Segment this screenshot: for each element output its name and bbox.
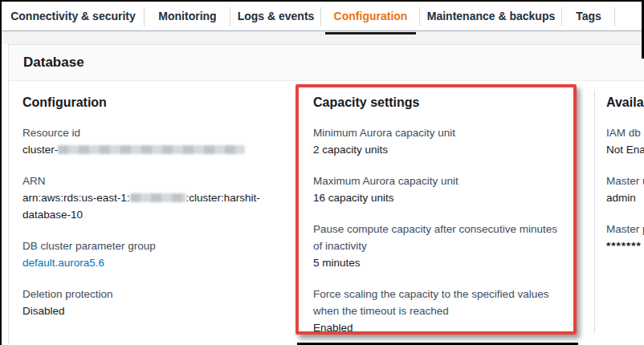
tabbar-divider xyxy=(0,30,644,31)
master-username-field: Master u admin xyxy=(606,172,644,206)
tab-configuration[interactable]: Configuration xyxy=(321,2,420,30)
tab-monitoring[interactable]: Monitoring xyxy=(145,2,230,30)
min-capacity-field: Minimum Aurora capacity unit 2 capacity … xyxy=(313,124,564,158)
tab-tags[interactable]: Tags xyxy=(562,2,615,30)
deletion-protection-value: Disabled xyxy=(22,302,291,319)
resource-id-field: Resource id cluster- xyxy=(22,124,291,158)
min-capacity-value: 2 capacity units xyxy=(313,141,564,158)
max-capacity-field: Maximum Aurora capacity unit 16 capacity… xyxy=(313,172,564,206)
deletion-protection-label: Deletion protection xyxy=(22,286,291,302)
max-capacity-value: 16 capacity units xyxy=(313,189,564,206)
master-password-value: ******* xyxy=(606,237,644,254)
redacted-resource-id xyxy=(58,145,245,154)
configuration-heading: Configuration xyxy=(22,95,291,111)
parameter-group-label: DB cluster parameter group xyxy=(22,237,291,254)
detail-tabs: Connectivity & security Monitoring Logs … xyxy=(2,2,642,30)
panel-title: Database xyxy=(23,55,84,71)
force-scaling-field: Force scaling the capacity to the specif… xyxy=(313,286,564,336)
parameter-group-field: DB cluster parameter group default.auror… xyxy=(22,237,291,271)
arn-label: ARN xyxy=(22,172,291,189)
pause-capacity-label: Pause compute capacity after consecutive… xyxy=(313,221,564,254)
force-scaling-value: Enabled xyxy=(313,319,564,336)
master-username-label: Master u xyxy=(606,172,644,189)
pause-capacity-field: Pause compute capacity after consecutive… xyxy=(313,221,564,271)
arn-value: arn:aws:rds:us-east-1::cluster:harshit-d… xyxy=(22,189,291,223)
tab-connectivity-security[interactable]: Connectivity & security xyxy=(2,2,145,30)
column-divider xyxy=(594,90,595,333)
tab-maintenance-backups[interactable]: Maintenance & backups xyxy=(420,2,562,30)
deletion-protection-field: Deletion protection Disabled xyxy=(22,286,291,319)
configuration-column: Configuration Resource id cluster- ARN a… xyxy=(22,95,291,334)
database-panel-header: Database xyxy=(9,45,644,81)
capacity-settings-column: Capacity settings Minimum Aurora capacit… xyxy=(313,95,564,345)
min-capacity-label: Minimum Aurora capacity unit xyxy=(313,124,564,141)
iam-db-auth-field: IAM db a Not Ena xyxy=(606,124,644,158)
force-scaling-label: Force scaling the capacity to the specif… xyxy=(313,286,564,319)
iam-db-auth-label: IAM db a xyxy=(606,124,644,141)
master-password-field: Master p ******* xyxy=(606,221,644,254)
redacted-account-id xyxy=(130,193,186,202)
resource-id-value: cluster- xyxy=(22,141,291,158)
pause-capacity-value: 5 minutes xyxy=(313,254,564,271)
master-password-label: Master p xyxy=(606,221,644,237)
rds-configuration-screen: Connectivity & security Monitoring Logs … xyxy=(0,0,644,345)
frame-edge-top xyxy=(0,0,644,2)
tab-logs-events[interactable]: Logs & events xyxy=(230,2,321,30)
availability-heading: Availa xyxy=(606,95,644,111)
arn-field: ARN arn:aws:rds:us-east-1::cluster:harsh… xyxy=(22,172,291,223)
capacity-settings-heading: Capacity settings xyxy=(313,95,564,111)
page-background-band xyxy=(0,31,644,44)
frame-edge-left xyxy=(0,0,2,345)
iam-db-auth-value: Not Ena xyxy=(606,141,644,158)
master-username-value: admin xyxy=(606,189,644,206)
max-capacity-label: Maximum Aurora capacity unit xyxy=(313,172,564,189)
parameter-group-link[interactable]: default.aurora5.6 xyxy=(22,257,104,269)
resource-id-label: Resource id xyxy=(22,124,291,141)
availability-column: Availa IAM db a Not Ena Master u admin M… xyxy=(606,95,644,269)
